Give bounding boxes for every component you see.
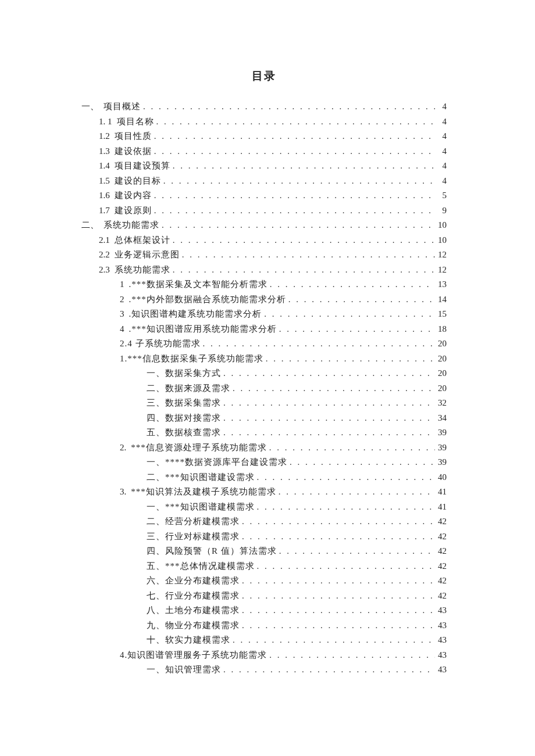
toc-entry-page: 43 [435, 621, 447, 630]
toc-entry[interactable]: 2.***信息资源处理子系统功能需求39 [120, 443, 447, 452]
toc-entry[interactable]: 九、物业分布建模需求43 [147, 621, 447, 630]
toc-entry[interactable]: 1. 1项目名称4 [99, 117, 447, 126]
toc-entry[interactable]: 一、知识管理需求43 [147, 665, 447, 674]
toc-entry[interactable]: 2.4 子系统功能需求20 [120, 339, 447, 348]
toc-entry[interactable]: 一、***知识图谱建模需求41 [147, 503, 447, 511]
toc-leader-dots [170, 236, 435, 245]
toc-entry-label: 三、行业对标建模需求 [147, 532, 240, 541]
toc-entry-label: .***内外部数据融合系统功能需求分析 [129, 295, 286, 304]
toc-entry-label: 八、土地分布建模需求 [147, 606, 240, 615]
toc-entry[interactable]: 六、企业分布建模需求42 [147, 576, 447, 585]
toc-leader-dots [141, 102, 435, 111]
toc-entry[interactable]: 1.***数据采集及文本智能分析需求13 [120, 280, 447, 289]
toc-entry-label: 建设的目标 [115, 177, 161, 185]
toc-leader-dots [277, 325, 435, 334]
toc-entry-number: 1.7 [99, 206, 110, 215]
toc-leader-dots [267, 443, 435, 452]
toc-entry[interactable]: 二、数据来源及需求20 [147, 384, 447, 393]
toc-leader-dots [159, 221, 435, 230]
toc-entry-page: 42 [435, 562, 447, 571]
toc-entry-page: 18 [435, 325, 447, 334]
toc-entry[interactable]: 四、数据对接需求34 [147, 414, 447, 422]
toc-entry-page: 43 [435, 606, 447, 615]
toc-entry-label: 二、数据来源及需求 [147, 384, 230, 393]
toc-leader-dots [240, 576, 435, 585]
toc-entry-label: 五、***总体情况建模需求 [147, 562, 255, 571]
toc-entry[interactable]: 1.2项目性质4 [99, 132, 447, 141]
toc-leader-dots [230, 384, 435, 393]
toc-entry[interactable]: 二、***知识图谱建设需求40 [147, 473, 447, 482]
toc-entry-page: 10 [435, 236, 447, 245]
toc-entry[interactable]: 1.4项目建设预算4 [99, 162, 447, 170]
toc-entry-label: 四、风险预警（R 值）算法需求 [147, 547, 277, 556]
toc-leader-dots [221, 399, 435, 407]
toc-entry-number: 1 [120, 280, 124, 289]
toc-entry-label: .***数据采集及文本智能分析需求 [129, 280, 268, 289]
toc-entry-page: 40 [435, 473, 447, 482]
toc-entry[interactable]: 五、数据核查需求39 [147, 428, 447, 437]
toc-entry-number: 2.3 [99, 266, 110, 274]
toc-entry-label: 系统功能需求 [115, 266, 170, 274]
toc-entry-page: 4 [435, 102, 447, 111]
toc-entry-number: 2.1 [99, 236, 110, 245]
toc-entry[interactable]: 二、经营分析建模需求42 [147, 517, 447, 526]
toc-entry-label: 系统功能需求 [104, 221, 159, 230]
toc-entry-label: 一、数据采集方式 [147, 369, 221, 378]
toc-entry[interactable]: 1.6建设内容5 [99, 191, 447, 200]
toc-entry[interactable]: 4.***知识图谱应用系统功能需求分析18 [120, 325, 447, 334]
page-title: 目录 [81, 69, 447, 84]
toc-leader-dots [221, 414, 435, 422]
toc-entry-page: 13 [435, 280, 447, 289]
toc-entry[interactable]: 一、****数据资源库平台建设需求39 [147, 458, 447, 467]
toc-entry[interactable]: 1.5建设的目标4 [99, 177, 447, 185]
toc-entry-label: 三、数据采集需求 [147, 399, 221, 407]
toc-leader-dots [230, 636, 435, 644]
toc-entry-number: 2.2 [99, 250, 110, 259]
toc-entry[interactable]: 三、数据采集需求32 [147, 399, 447, 407]
toc-leader-dots [255, 503, 436, 511]
toc-entry-page: 42 [435, 547, 447, 556]
toc-entry[interactable]: 1.7建设原则9 [99, 206, 447, 215]
toc-entry-label: 十、软实力建模需求 [147, 636, 230, 644]
toc-entry-label: 项目概述 [104, 102, 141, 111]
toc-entry-number: 1.2 [99, 132, 110, 141]
toc-entry-label: 七、行业分布建模需求 [147, 592, 240, 600]
toc-entry[interactable]: 1.***信息数据采集子系统功能需求20 [120, 354, 447, 363]
toc-entry[interactable]: 2.1总体框架设计10 [99, 236, 447, 245]
toc-entry[interactable]: 三、行业对标建模需求42 [147, 532, 447, 541]
toc-entry-label: 建设内容 [115, 191, 152, 200]
toc-leader-dots [255, 562, 436, 571]
toc-entry[interactable]: 3.知识图谱构建系统功能需求分析15 [120, 310, 447, 318]
toc-entry-label: 四、数据对接需求 [147, 414, 221, 422]
toc-leader-dots [240, 532, 435, 541]
toc-entry-number: 2. [120, 443, 126, 452]
toc-entry[interactable]: 十、软实力建模需求43 [147, 636, 447, 644]
toc-leader-dots [262, 310, 435, 318]
toc-entry[interactable]: 1.3建设依据4 [99, 147, 447, 156]
toc-entry[interactable]: 2.3系统功能需求12 [99, 266, 447, 274]
toc-entry[interactable]: 2.2业务逻辑示意图12 [99, 250, 447, 259]
toc-leader-dots [287, 458, 435, 467]
toc-entry-page: 43 [435, 636, 447, 644]
toc-entry-page: 5 [435, 191, 447, 200]
toc-entry-label: 项目名称 [117, 117, 154, 126]
toc-entry-page: 32 [435, 399, 447, 407]
toc-entry-page: 4 [435, 132, 447, 141]
toc-entry[interactable]: 一、项目概述4 [81, 102, 447, 111]
toc-entry[interactable]: 二、系统功能需求10 [81, 221, 447, 230]
toc-entry[interactable]: 3.***知识算法及建模子系统功能需求41 [120, 488, 447, 496]
toc-entry[interactable]: 五、***总体情况建模需求42 [147, 562, 447, 571]
toc-entry[interactable]: 七、行业分布建模需求42 [147, 592, 447, 600]
toc-entry-page: 42 [435, 592, 447, 600]
toc-entry-page: 41 [435, 503, 447, 511]
toc-entry[interactable]: 八、土地分布建模需求43 [147, 606, 447, 615]
toc-entry[interactable]: 一、数据采集方式20 [147, 369, 447, 378]
toc-entry-number: 1.4 [99, 162, 110, 170]
toc-leader-dots [152, 191, 435, 200]
toc-entry[interactable]: 2.***内外部数据融合系统功能需求分析14 [120, 295, 447, 304]
toc-leader-dots [277, 547, 435, 556]
toc-entry-number: 1.6 [99, 191, 110, 200]
toc-entry-page: 42 [435, 576, 447, 585]
toc-entry[interactable]: 四、风险预警（R 值）算法需求42 [147, 547, 447, 556]
toc-entry[interactable]: 4.知识图谱管理服务子系统功能需求43 [120, 651, 447, 660]
